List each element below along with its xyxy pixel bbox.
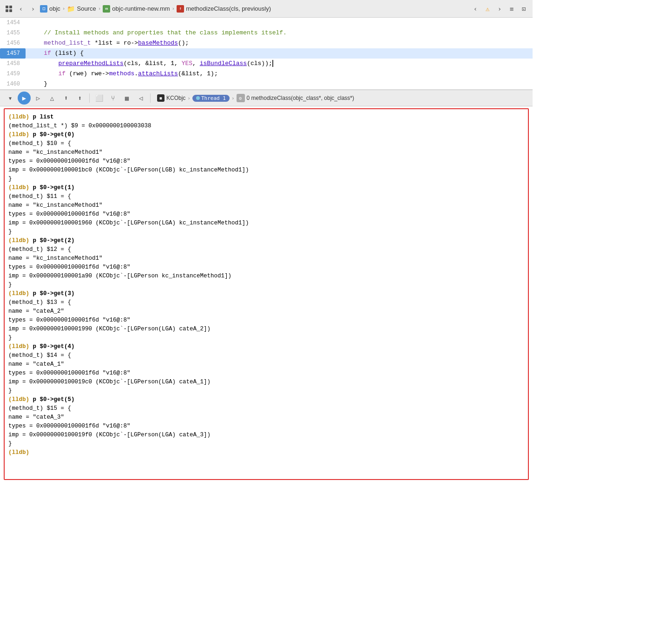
lldb-line-6: types = 0x0000000100001f6d "v16@:8" xyxy=(8,157,524,166)
lldb-line-21: (lldb) p $0->get(3) xyxy=(8,289,524,298)
line-content-1458: prepareMethodLists(cls, &list, 1, YES, i… xyxy=(26,59,533,69)
breadcrumb-mm-file: objc-runtime-new.mm xyxy=(112,5,170,12)
breadcrumb-objc: objc xyxy=(49,5,60,12)
lldb-line-16: (method_t) $12 = { xyxy=(8,245,524,254)
nav-forward-icon[interactable]: › xyxy=(494,4,505,14)
objc-file-icon: ◻ xyxy=(40,5,47,13)
lldb-line-4: (method_t) $10 = { xyxy=(8,139,524,148)
warning-icon[interactable]: ⚠ xyxy=(482,4,493,14)
file-m-icon: m xyxy=(103,5,110,13)
debug-step-into-btn[interactable]: △ xyxy=(46,92,59,105)
gear-badge: ⚙ xyxy=(237,94,245,102)
debug-share-btn[interactable]: ⑂ xyxy=(106,92,119,105)
toolbar-sep-2 xyxy=(150,93,151,103)
lldb-line-12: types = 0x0000000100001f6d "v16@:8" xyxy=(8,210,524,219)
code-line-1456: 1456 method_list_t *list = ro->baseMetho… xyxy=(0,38,533,48)
debug-step-over-btn[interactable]: ▷ xyxy=(32,92,45,105)
menu-icon[interactable]: ≡ xyxy=(507,4,517,14)
debug-toolbar: ▼ ▶ ▷ △ ⬇ ⬆ ⬜ ⑂ ▦ ◁ ■ KCObjc › Thread 1 … xyxy=(0,90,533,106)
terminal-area[interactable]: (lldb) p list (method_list_t *) $9 = 0x0… xyxy=(4,108,529,480)
breadcrumb: ◻ objc › 📁 Source › m objc-runtime-new.m… xyxy=(40,5,468,13)
line-content-1459: if (rwe) rwe->methods.attachLists(&list,… xyxy=(26,69,533,79)
line-content-1455: // Install methods and properties that t… xyxy=(26,28,533,38)
line-num-1458: 1458 xyxy=(0,59,26,69)
debug-step-out-btn[interactable]: ⬇ xyxy=(59,92,72,105)
lldb-line-3: (lldb) p $0->get(0) xyxy=(8,131,524,139)
target-icon: ■ xyxy=(157,94,165,102)
lldb-line-13: imp = 0x0000000100001960 (KCObjc`-[LGPer… xyxy=(8,219,524,228)
debug-send-btn[interactable]: ◁ xyxy=(134,92,147,105)
svg-rect-2 xyxy=(6,9,8,12)
lldb-line-22: (method_t) $13 = { xyxy=(8,298,524,307)
lldb-line-5: name = "kc_instanceMethod1" xyxy=(8,148,524,157)
back-button[interactable]: ‹ xyxy=(16,4,26,14)
line-num-1456: 1456 xyxy=(0,38,26,48)
lldb-line-bottom: (lldb) xyxy=(8,448,524,457)
debug-frame-btn[interactable]: ⬜ xyxy=(92,92,105,105)
svg-rect-0 xyxy=(6,6,8,8)
split-icon[interactable]: ⊡ xyxy=(519,4,529,14)
debug-step-up-btn[interactable]: ⬆ xyxy=(73,92,86,105)
lldb-line-2: (method_list_t *) $9 = 0x000000010000303… xyxy=(8,122,524,131)
lldb-line-29: name = "cateA_1" xyxy=(8,360,524,369)
debug-memory-btn[interactable]: ▦ xyxy=(120,92,133,105)
code-lines: 1454 1455 // Install methods and propert… xyxy=(0,18,533,89)
lldb-line-8: } xyxy=(8,175,524,184)
debug-dropdown-btn[interactable]: ▼ xyxy=(4,92,17,105)
code-line-1454: 1454 xyxy=(0,18,533,28)
grid-icon[interactable] xyxy=(4,4,14,14)
line-content-1457: if (list) { xyxy=(26,48,533,59)
lldb-line-17: name = "kc_instanceMethod1" xyxy=(8,254,524,263)
thread-dot xyxy=(196,96,200,100)
lldb-line-24: types = 0x0000000100001f6d "v16@:8" xyxy=(8,316,524,325)
thread-badge: Thread 1 xyxy=(192,95,230,102)
lldb-line-37: imp = 0x00000000100019f0 (KCObjc`-[LGPer… xyxy=(8,431,524,440)
func-icon: f xyxy=(177,5,184,13)
code-line-1457: 1457 if (list) { xyxy=(0,48,533,59)
lldb-line-15: (lldb) p $0->get(2) xyxy=(8,237,524,245)
code-line-1455: 1455 // Install methods and properties t… xyxy=(0,28,533,38)
breadcrumb-source: Source xyxy=(77,5,96,12)
lldb-line-31: imp = 0x00000000100019c0 (KCObjc`-[LGPer… xyxy=(8,378,524,387)
lldb-line-23: name = "cateA_2" xyxy=(8,307,524,316)
terminal-wrapper: (lldb) p list (method_list_t *) $9 = 0x0… xyxy=(2,108,531,480)
lldb-line-28: (method_t) $14 = { xyxy=(8,351,524,360)
lldb-line-30: types = 0x0000000100001f6d "v16@:8" xyxy=(8,369,524,378)
lldb-line-33: (lldb) p $0->get(5) xyxy=(8,395,524,404)
line-num-1457: 1457 xyxy=(0,48,26,59)
lldb-line-25: imp = 0x0000000100001990 (KCObjc`-[LGPer… xyxy=(8,325,524,334)
frame-label: 0 methodizeClass(objc_class*, objc_class… xyxy=(247,95,354,101)
lldb-line-26: } xyxy=(8,334,524,342)
code-line-1458: 1458 prepareMethodLists(cls, &list, 1, Y… xyxy=(0,59,533,69)
lldb-line-1: (lldb) p list xyxy=(8,113,524,122)
breadcrumb-func: methodizeClass(cls, previously) xyxy=(186,5,271,12)
nav-bar: ‹ › ◻ objc › 📁 Source › m objc-runtime-n… xyxy=(0,0,533,18)
target-label: KCObjc xyxy=(166,95,185,101)
thread-label: Thread 1 xyxy=(201,95,226,101)
lldb-line-18: types = 0x0000000100001f6d "v16@:8" xyxy=(8,263,524,272)
lldb-line-32: } xyxy=(8,387,524,395)
lldb-line-7: imp = 0x0000000100001bc0 (KCObjc`-[LGPer… xyxy=(8,166,524,175)
lldb-line-9: (lldb) p $0->get(1) xyxy=(8,184,524,192)
lldb-line-35: name = "cateA_3" xyxy=(8,413,524,422)
folder-icon: 📁 xyxy=(67,5,75,13)
lldb-line-36: types = 0x0000000100001f6d "v16@:8" xyxy=(8,422,524,431)
forward-button[interactable]: › xyxy=(28,4,38,14)
lldb-line-10: (method_t) $11 = { xyxy=(8,192,524,201)
nav-right: ‹ ⚠ › ≡ ⊡ xyxy=(470,4,529,14)
svg-rect-1 xyxy=(9,6,12,8)
code-line-1459: 1459 if (rwe) rwe->methods.attachLists(&… xyxy=(0,69,533,79)
svg-rect-3 xyxy=(9,9,12,12)
debug-continue-btn[interactable]: ▶ xyxy=(18,92,31,105)
lldb-line-38: } xyxy=(8,440,524,448)
nav-back-icon[interactable]: ‹ xyxy=(470,4,481,14)
line-num-1455: 1455 xyxy=(0,28,26,38)
line-content-1456: method_list_t *list = ro->baseMethods(); xyxy=(26,38,533,48)
code-editor: 1454 1455 // Install methods and propert… xyxy=(0,18,533,90)
line-content-1460: } xyxy=(26,79,533,89)
lldb-line-14: } xyxy=(8,228,524,237)
code-line-1460: 1460 } xyxy=(0,79,533,89)
lldb-line-34: (method_t) $15 = { xyxy=(8,404,524,413)
line-num-1460: 1460 xyxy=(0,79,26,89)
line-num-1454: 1454 xyxy=(0,18,26,28)
